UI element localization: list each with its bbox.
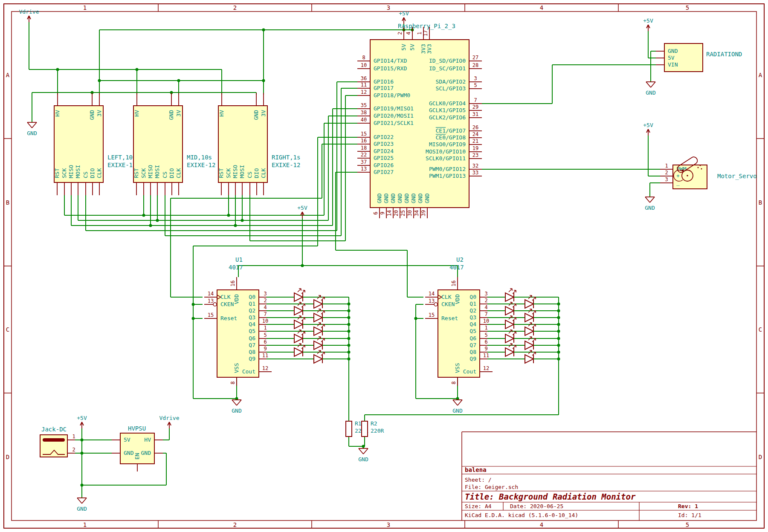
pin-name: CKEN bbox=[441, 301, 455, 307]
pin-name: GPIO17 bbox=[374, 85, 394, 91]
pin-name: Reset bbox=[220, 315, 237, 321]
pin-number: 17 bbox=[423, 30, 429, 36]
schematic-canvas[interactable]: 1122334455AABBCCDDbalenaSheet: /File: Ge… bbox=[0, 0, 768, 532]
pin-name: 5V bbox=[668, 55, 675, 61]
led-u1-q6[interactable] bbox=[294, 334, 303, 343]
led-u2-q6[interactable] bbox=[505, 334, 514, 343]
led-u2-q1[interactable] bbox=[525, 300, 533, 308]
led-u2-q7[interactable] bbox=[525, 341, 533, 350]
titleblock-sheet: Sheet: / bbox=[465, 477, 492, 483]
pin-name: SCL/GPIO3 bbox=[436, 85, 466, 92]
led-u2-q5[interactable] bbox=[525, 327, 533, 335]
led-u2-q2[interactable] bbox=[505, 306, 514, 315]
led-emission-arrow bbox=[298, 289, 301, 292]
led-u2-q0[interactable] bbox=[505, 293, 514, 301]
jack-barrel-glyph bbox=[43, 438, 65, 442]
pin-name: VSS bbox=[233, 363, 240, 373]
pin-name: GND bbox=[397, 193, 403, 203]
pin-name: VDD bbox=[454, 294, 461, 304]
border-row-label: D bbox=[759, 454, 762, 460]
pin-number: 13 bbox=[361, 166, 367, 172]
component-label-radiation-detector: RADIATIOND bbox=[706, 51, 742, 58]
pin-name: Q4 bbox=[249, 321, 255, 327]
led-u1-q7[interactable] bbox=[314, 341, 322, 350]
pin-name: VSS bbox=[454, 363, 461, 373]
component-label-raspberry-pi: Raspberry_Pi_2_3 bbox=[398, 23, 455, 30]
resistor-value: 220R bbox=[371, 428, 384, 434]
component-label-display-mid: EXIXE-12 bbox=[187, 162, 215, 168]
pin-name: GPIO14/TXD bbox=[374, 58, 407, 64]
pin-name: CLK bbox=[260, 168, 267, 178]
pin-name: MOSI bbox=[75, 165, 81, 178]
border-col-label: 3 bbox=[387, 521, 390, 528]
pin-number: 40 bbox=[361, 117, 367, 123]
pin-number: 7 bbox=[484, 311, 487, 317]
led-u1-q9[interactable] bbox=[314, 355, 322, 363]
led-u2-q3[interactable] bbox=[525, 313, 533, 322]
servo-screw-glyph bbox=[701, 168, 702, 170]
component-label-dc-jack: Jack-DC bbox=[41, 426, 67, 433]
pin-number: 9 bbox=[264, 346, 267, 352]
pin-name: SCK bbox=[61, 168, 67, 178]
resistor-r1[interactable] bbox=[346, 421, 352, 437]
pin-name: SCLK0/GPIO11 bbox=[426, 155, 466, 162]
pin-name: GND bbox=[403, 193, 410, 203]
pin-name: GPIO16 bbox=[374, 78, 394, 85]
pin-name: HV bbox=[144, 437, 151, 443]
pin-name: HV bbox=[218, 110, 225, 117]
led-u1-q0[interactable] bbox=[294, 293, 303, 301]
resistor-ref: R1 bbox=[355, 420, 362, 427]
junction-dot bbox=[98, 79, 101, 82]
gnd-symbol bbox=[237, 400, 241, 405]
pin-name: MOSI0/GPIO10 bbox=[426, 148, 466, 155]
pin-name: RST bbox=[133, 168, 139, 178]
pin-number: 9 bbox=[380, 211, 385, 214]
component-body-dc-jack[interactable] bbox=[40, 435, 67, 457]
led-u1-q2[interactable] bbox=[294, 306, 303, 315]
border-col-label: 4 bbox=[540, 4, 543, 11]
led-u1-q8[interactable] bbox=[294, 348, 303, 356]
pin-number: 2 bbox=[72, 447, 75, 453]
pin-name: 3V3 bbox=[426, 44, 432, 54]
pin-name: SDA/GPIO2 bbox=[436, 78, 466, 85]
component-label-display-mid: MID,10s bbox=[187, 154, 212, 161]
pin-number: 1 bbox=[417, 32, 423, 35]
pin-name: GPIO22 bbox=[374, 134, 394, 140]
gnd-label: GND bbox=[77, 506, 87, 512]
led-u2-q4[interactable] bbox=[505, 320, 514, 329]
pin-number: 1 bbox=[484, 325, 487, 331]
resistor-r2[interactable] bbox=[362, 421, 368, 437]
led-u2-q8[interactable] bbox=[505, 348, 514, 356]
led-u1-q5[interactable] bbox=[314, 327, 322, 335]
pin-name: CS bbox=[162, 171, 168, 178]
pin-name: GPIO21/SCLK1 bbox=[374, 120, 414, 126]
pin-number: 3 bbox=[264, 291, 267, 297]
pin-name: ID_SD/GPIO0 bbox=[429, 58, 466, 64]
led-u1-q1[interactable] bbox=[314, 300, 322, 308]
component-label-counter-u2: 4017 bbox=[449, 264, 464, 271]
pin-name: Q2 bbox=[469, 307, 476, 314]
pin-name: MISO bbox=[68, 165, 74, 178]
pin-number: 15 bbox=[361, 131, 367, 137]
pin-number: 36 bbox=[361, 75, 367, 81]
power-flag-label: +5V bbox=[399, 10, 409, 17]
pin-name: GND bbox=[383, 193, 389, 203]
pin-name: Reset bbox=[441, 315, 458, 321]
pin-number: 5 bbox=[474, 82, 477, 88]
gnd-label: GND bbox=[232, 408, 242, 414]
pin-number: 18 bbox=[361, 145, 367, 151]
led-u2-q9[interactable] bbox=[525, 355, 533, 363]
pin-name: Q9 bbox=[249, 356, 255, 362]
led-u1-q4[interactable] bbox=[294, 320, 303, 329]
pin-name: Q8 bbox=[249, 349, 255, 355]
junction-dot bbox=[192, 303, 195, 306]
pin-number: 30 bbox=[407, 210, 413, 216]
pin-name: SCK bbox=[140, 168, 147, 178]
pin-name: + bbox=[676, 173, 680, 179]
pin-number: 16 bbox=[451, 280, 457, 286]
gnd-symbol bbox=[82, 498, 87, 503]
pin-name: Q7 bbox=[469, 342, 476, 348]
pin-number: 12 bbox=[262, 365, 268, 371]
led-u1-q3[interactable] bbox=[314, 313, 322, 322]
titleblock-company: balena bbox=[465, 466, 487, 473]
